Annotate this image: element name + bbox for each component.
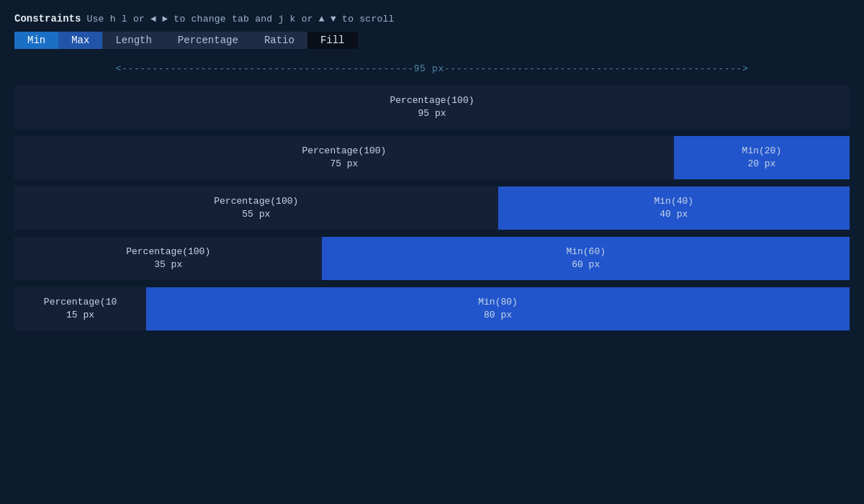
segment-dark: Percentage(100) 95 px	[14, 86, 850, 129]
segment-label: Percentage(100)	[390, 94, 474, 107]
tab-length[interactable]: Length	[102, 32, 164, 49]
segment-label: Percentage(100)	[302, 145, 386, 158]
segment-dark: Percentage(10 15 px	[14, 287, 146, 330]
app-container: Constraints Use h l or ◄ ► to change tab…	[0, 0, 864, 330]
constraints-label: Constraints	[14, 13, 81, 24]
tabs-bar: Min Max Length Percentage Ratio Fill	[14, 32, 850, 49]
segment-label: Min(20)	[742, 145, 782, 158]
segment-label: Percentage(100)	[214, 195, 298, 208]
segment-blue: Min(40) 40 px	[498, 186, 850, 230]
header: Constraints Use h l or ◄ ► to change tab…	[0, 0, 864, 56]
bars-container: Percentage(100) 95 px Percentage(100) 75…	[0, 86, 864, 330]
segment-label: Percentage(100)	[126, 246, 210, 258]
segment-label: Min(80)	[478, 296, 518, 309]
segment-value: 55 px	[242, 208, 270, 221]
tab-fill[interactable]: Fill	[307, 32, 358, 49]
segment-label: Min(40)	[654, 195, 693, 208]
segment-blue: Min(20) 20 px	[674, 136, 850, 179]
bar-row: Percentage(100) 95 px	[14, 86, 850, 129]
segment-value: 95 px	[418, 107, 446, 120]
header-top: Constraints Use h l or ◄ ► to change tab…	[14, 13, 850, 24]
segment-label: Percentage(10	[44, 296, 117, 309]
segment-value: 75 px	[330, 158, 358, 171]
bar-row: Percentage(100) 75 px Min(20) 20 px	[14, 136, 850, 179]
segment-label: Min(60)	[566, 246, 606, 258]
segment-blue: Min(80) 80 px	[146, 287, 850, 330]
segment-value: 60 px	[572, 258, 600, 271]
header-hint: Use h l or ◄ ► to change tab and j k or …	[86, 14, 394, 24]
tab-percentage[interactable]: Percentage	[165, 32, 251, 49]
segment-value: 15 px	[66, 309, 94, 322]
ruler: <---------------------------------------…	[0, 56, 864, 86]
segment-value: 80 px	[484, 309, 512, 322]
tab-ratio[interactable]: Ratio	[251, 32, 307, 49]
segment-dark: Percentage(100) 55 px	[14, 186, 498, 230]
segment-dark: Percentage(100) 35 px	[14, 237, 322, 280]
segment-value: 20 px	[747, 158, 775, 171]
segment-value: 35 px	[154, 258, 182, 271]
bar-row: Percentage(100) 35 px Min(60) 60 px	[14, 237, 850, 280]
bar-row: Percentage(100) 55 px Min(40) 40 px	[14, 186, 850, 230]
segment-value: 40 px	[660, 208, 688, 221]
bar-row: Percentage(10 15 px Min(80) 80 px	[14, 287, 850, 330]
segment-dark: Percentage(100) 75 px	[14, 136, 674, 179]
tab-min[interactable]: Min	[14, 32, 58, 49]
segment-blue: Min(60) 60 px	[322, 237, 850, 280]
tab-max[interactable]: Max	[58, 32, 102, 49]
